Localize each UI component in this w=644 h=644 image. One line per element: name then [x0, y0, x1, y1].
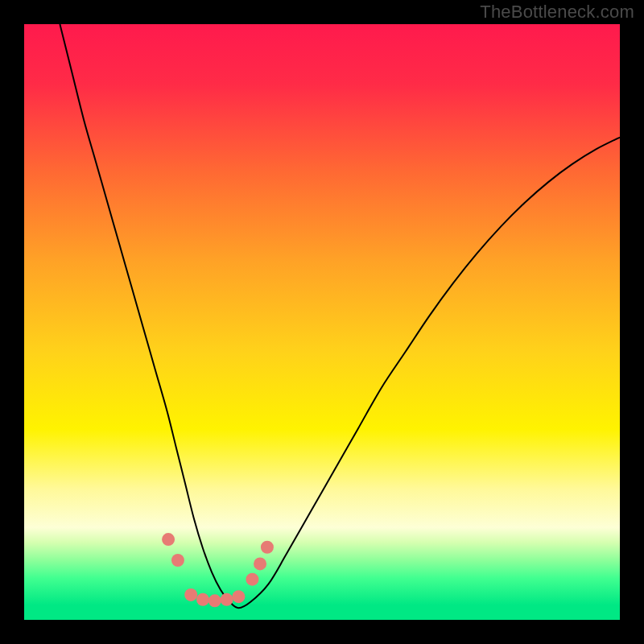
data-marker [196, 593, 209, 606]
data-marker [184, 588, 197, 601]
curve-layer [24, 24, 620, 620]
data-marker [261, 541, 274, 554]
data-marker [171, 554, 184, 567]
data-marker [162, 533, 175, 546]
data-marker [232, 590, 245, 603]
data-marker [246, 573, 258, 586]
data-marker [254, 557, 266, 570]
bottleneck-curve [60, 24, 620, 608]
chart-frame: TheBottleneck.com [0, 0, 644, 644]
watermark-text: TheBottleneck.com [480, 2, 634, 23]
data-marker [221, 593, 233, 606]
data-marker [208, 594, 221, 607]
plot-area [24, 24, 620, 620]
